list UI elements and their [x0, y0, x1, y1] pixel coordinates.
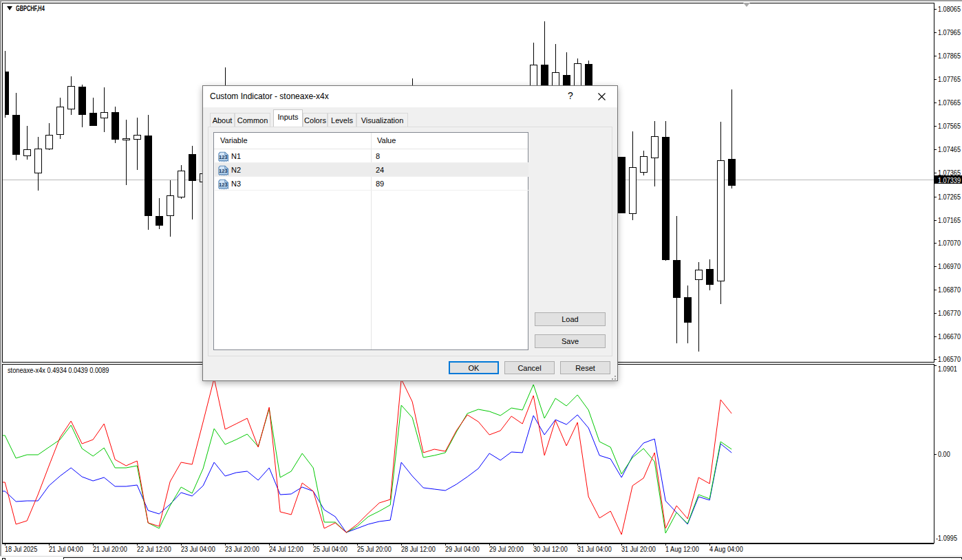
svg-text:123: 123 [219, 154, 228, 160]
svg-text:123: 123 [219, 182, 228, 188]
svg-text:123: 123 [219, 168, 228, 174]
